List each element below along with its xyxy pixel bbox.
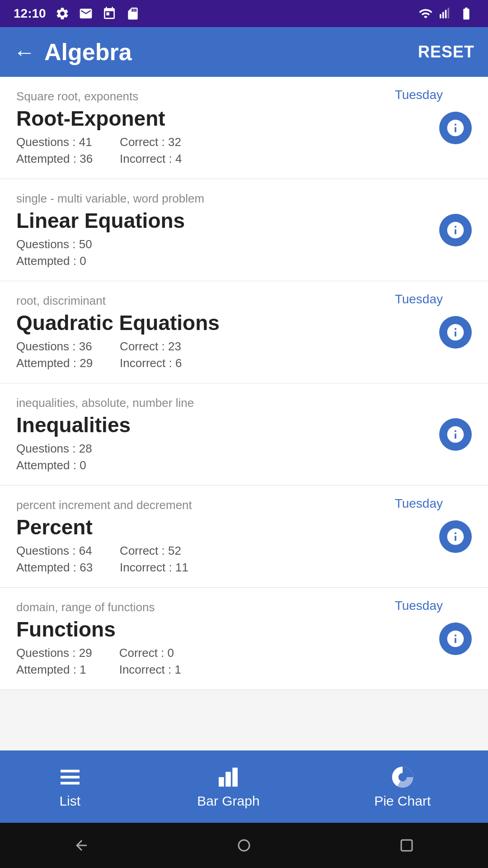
svg-rect-4 — [61, 770, 80, 773]
attempted-label: Attempted : 0 — [16, 254, 92, 268]
nav-pie-chart[interactable]: Pie Chart — [374, 764, 431, 809]
topic-category: single - multi variable, word problem — [16, 192, 430, 206]
info-button[interactable] — [439, 520, 472, 553]
svg-rect-5 — [61, 776, 80, 778]
calendar-icon — [102, 6, 117, 21]
topic-card-inequalities[interactable]: inequalities, absolute, number line Ineq… — [0, 383, 488, 486]
svg-rect-1 — [442, 12, 444, 19]
svg-rect-3 — [448, 8, 450, 18]
topic-category: percent increment and decrement — [16, 498, 430, 512]
home-android-button[interactable] — [233, 834, 255, 857]
correct-label: Correct : 0 — [119, 646, 181, 660]
topic-category: root, discriminant — [16, 294, 430, 308]
correct-label: Correct : 52 — [120, 544, 188, 558]
topic-name: Functions — [16, 617, 430, 642]
incorrect-label: Incorrect : 6 — [120, 356, 182, 370]
attempted-label: Attempted : 0 — [16, 458, 92, 472]
attempted-label: Attempted : 36 — [16, 152, 93, 166]
gear-icon — [55, 6, 70, 21]
battery-icon — [458, 6, 474, 21]
top-bar: ← Algebra RESET — [0, 27, 488, 77]
svg-rect-9 — [233, 768, 238, 787]
email-icon — [79, 6, 93, 21]
list-icon — [57, 764, 83, 790]
back-button[interactable]: ← — [14, 40, 35, 65]
topic-card-quadratic-equations[interactable]: Tuesday root, discriminant Quadratic Equ… — [0, 281, 488, 383]
nav-pie-chart-label: Pie Chart — [374, 793, 431, 809]
incorrect-label: Incorrect : 11 — [120, 561, 188, 575]
topic-name: Root-Exponent — [16, 106, 430, 131]
signal-icon — [439, 6, 452, 21]
topic-info: inequalities, absolute, number line Ineq… — [16, 396, 430, 472]
day-badge: Tuesday — [395, 496, 443, 511]
android-nav-bar — [0, 823, 488, 868]
topic-info: domain, range of functions Functions Que… — [16, 600, 430, 677]
day-badge: Tuesday — [395, 292, 443, 307]
bar-graph-icon — [216, 764, 241, 790]
sdcard-icon — [126, 6, 140, 21]
topic-card-root-exponent[interactable]: Tuesday Square root, exponents Root-Expo… — [0, 77, 488, 179]
topic-info: single - multi variable, word problem Li… — [16, 192, 430, 268]
svg-rect-6 — [61, 782, 80, 785]
questions-label: Questions : 29 — [16, 646, 92, 660]
status-bar: 12:10 — [0, 0, 488, 27]
correct-label: Correct : 23 — [120, 340, 182, 354]
wifi-icon — [418, 6, 433, 21]
topic-card-percent[interactable]: Tuesday percent increment and decrement … — [0, 486, 488, 588]
svg-rect-7 — [219, 777, 224, 787]
recents-android-button[interactable] — [395, 834, 418, 857]
topic-category: inequalities, absolute, number line — [16, 396, 430, 410]
nav-list-label: List — [59, 793, 80, 809]
topic-name: Quadratic Equations — [16, 311, 430, 335]
svg-rect-2 — [445, 10, 447, 19]
svg-rect-0 — [440, 14, 441, 18]
day-badge: Tuesday — [395, 88, 443, 102]
questions-label: Questions : 41 — [16, 135, 93, 149]
topic-category: Square root, exponents — [16, 90, 430, 104]
questions-label: Questions : 28 — [16, 442, 92, 456]
topic-name: Linear Equations — [16, 208, 430, 233]
topic-category: domain, range of functions — [16, 600, 430, 614]
info-button[interactable] — [439, 418, 472, 451]
info-button[interactable] — [439, 623, 472, 655]
info-button[interactable] — [439, 214, 472, 246]
bottom-nav: List Bar Graph Pie Chart — [0, 750, 488, 823]
day-badge: Tuesday — [395, 599, 443, 613]
topic-name: Inequalities — [16, 413, 430, 437]
topic-info: percent increment and decrement Percent … — [16, 498, 430, 575]
nav-bar-graph[interactable]: Bar Graph — [197, 764, 259, 809]
questions-label: Questions : 36 — [16, 340, 93, 354]
topic-info: Square root, exponents Root-Exponent Que… — [16, 90, 430, 166]
incorrect-label: Incorrect : 4 — [120, 152, 182, 166]
svg-point-12 — [239, 840, 249, 851]
svg-rect-13 — [401, 840, 412, 851]
svg-rect-8 — [226, 772, 231, 787]
pie-chart-icon — [390, 764, 415, 790]
nav-list[interactable]: List — [57, 764, 83, 809]
back-android-button[interactable] — [70, 834, 93, 857]
topics-list: Tuesday Square root, exponents Root-Expo… — [0, 77, 488, 750]
page-title: Algebra — [44, 38, 418, 66]
reset-button[interactable]: RESET — [418, 42, 474, 61]
correct-label: Correct : 32 — [120, 135, 182, 149]
nav-bar-graph-label: Bar Graph — [197, 793, 259, 809]
topic-info: root, discriminant Quadratic Equations Q… — [16, 294, 430, 370]
time-display: 12:10 — [14, 6, 46, 21]
info-button[interactable] — [439, 112, 472, 144]
attempted-label: Attempted : 29 — [16, 356, 93, 370]
topic-card-functions[interactable]: Tuesday domain, range of functions Funct… — [0, 588, 488, 690]
questions-label: Questions : 64 — [16, 544, 93, 558]
topic-name: Percent — [16, 515, 430, 539]
attempted-label: Attempted : 1 — [16, 663, 92, 677]
info-button[interactable] — [439, 316, 472, 349]
svg-point-11 — [398, 773, 407, 782]
topic-card-linear-equations[interactable]: single - multi variable, word problem Li… — [0, 179, 488, 281]
questions-label: Questions : 50 — [16, 237, 92, 251]
incorrect-label: Incorrect : 1 — [119, 663, 181, 677]
attempted-label: Attempted : 63 — [16, 561, 93, 575]
